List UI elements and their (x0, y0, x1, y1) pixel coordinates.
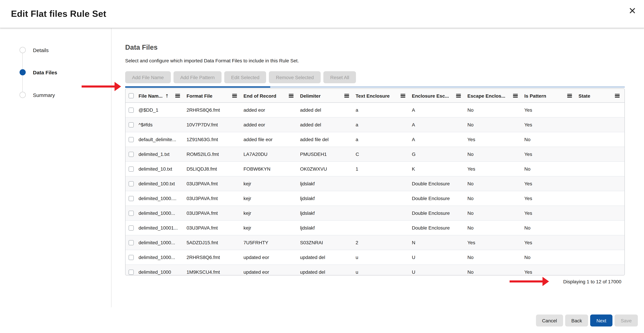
table-cell: added eor (242, 107, 298, 113)
table-body: @$DD_12RHRS8Q6.fmtadded eoradded delaANo… (126, 103, 624, 276)
column-menu-icon[interactable] (567, 94, 572, 98)
table-cell: Double Enclosure (410, 210, 466, 216)
table-cell: OK0ZWXVU (298, 166, 354, 172)
table-cell: delimited_1.txt (137, 151, 185, 157)
row-checkbox[interactable] (128, 137, 134, 142)
wizard-step-data-files[interactable]: Data Files (0, 69, 57, 75)
row-checkbox[interactable] (128, 122, 134, 127)
table-row: delimited_1000...2RHRS8Q6.fmtupdated eor… (126, 250, 624, 265)
column-header-label: Is Pattern (524, 93, 546, 98)
table-cell: a (354, 137, 410, 142)
modal-footer: CancelBackNextSave (536, 315, 638, 327)
table-cell: delimited_1000... (137, 240, 185, 245)
select-all-checkbox[interactable] (128, 93, 134, 98)
column-menu-icon[interactable] (400, 94, 405, 98)
table-row: delimited_1000...03U3PAVA.fmtkejrljdslak… (126, 206, 624, 221)
column-header-end-of-record: End of Record (242, 89, 298, 103)
table-cell: 03U3PAVA.fmt (185, 181, 242, 186)
table-cell: A (410, 107, 466, 113)
toolbar-button-remove-selected: Remove Selected (269, 71, 321, 83)
edit-rule-set-modal: Edit Flat files Rule Set ✕ Details Data … (0, 0, 644, 333)
table-cell: delimited_1000.... (137, 196, 185, 201)
toolbar-button-add-file-pattern: Add File Pattern (173, 71, 222, 83)
column-header-format-file: Format File (185, 89, 242, 103)
table-cell: 03U3PAVA.fmt (185, 225, 242, 231)
back-button[interactable]: Back (565, 315, 588, 327)
data-files-panel: Data Files Select and configure which im… (125, 28, 625, 307)
wizard-step-details[interactable]: Details (0, 47, 49, 53)
load-progress-bar (125, 86, 625, 88)
next-button[interactable]: Next (590, 315, 612, 327)
column-header-enclosure-esc: Enclosure Esc... (410, 89, 466, 103)
column-header-label: State (578, 93, 590, 98)
sort-ascending-icon: ↑ (165, 93, 169, 98)
row-checkbox-cell (126, 103, 137, 117)
row-checkbox[interactable] (128, 166, 134, 171)
row-checkbox[interactable] (128, 255, 134, 260)
table-cell: default_delimite... (137, 137, 185, 142)
annotation-arrow-pagination (510, 277, 549, 286)
row-checkbox[interactable] (128, 196, 134, 201)
table-cell: K (410, 166, 466, 172)
page-description: Select and configure which imported Data… (125, 58, 625, 64)
table-cell: Yes (522, 151, 577, 157)
row-checkbox[interactable] (128, 152, 134, 157)
table-cell: No (522, 166, 577, 172)
table-cell: updated eor (242, 255, 298, 260)
column-menu-icon[interactable] (175, 94, 180, 98)
row-checkbox[interactable] (128, 181, 134, 186)
table-cell: Yes (522, 122, 577, 127)
column-menu-icon[interactable] (513, 94, 518, 98)
wizard-step-label: Details (33, 47, 49, 53)
table-cell: Yes (522, 269, 577, 275)
table-cell: 1Z91N63G.fmt (185, 137, 242, 142)
table-cell: Double Enclosure (410, 196, 466, 201)
row-checkbox[interactable] (128, 225, 134, 230)
table-cell: Double Enclosure (410, 181, 466, 186)
modal-title: Edit Flat files Rule Set (11, 8, 106, 19)
column-header-label: File Nam... (138, 93, 162, 98)
table-cell: No (466, 225, 522, 231)
close-icon[interactable]: ✕ (626, 4, 639, 18)
table-cell: N (410, 240, 466, 245)
table-cell: kejr (242, 225, 298, 231)
table-cell: delimited_1000 (137, 269, 185, 275)
cancel-button[interactable]: Cancel (536, 315, 563, 327)
row-checkbox[interactable] (128, 107, 134, 113)
column-menu-icon[interactable] (456, 94, 461, 98)
table-row: delimited_10001M9KSCU4.fmtupdated eorupd… (126, 265, 624, 276)
table-cell: updated eor (242, 269, 298, 275)
table-cell: delimited_1000... (137, 255, 185, 260)
table-cell: updated del (298, 255, 354, 260)
row-checkbox[interactable] (128, 270, 134, 275)
table-cell: ljdslakf (298, 210, 354, 216)
table-cell: No (522, 225, 577, 231)
table-cell: No (466, 196, 522, 201)
table-cell: Double Enclosure (410, 225, 466, 231)
table-cell: No (522, 137, 577, 142)
table-cell: S03ZNRAI (298, 240, 354, 245)
table-cell: Yes (522, 181, 577, 186)
row-checkbox[interactable] (128, 240, 134, 245)
wizard-step-summary[interactable]: Summary (0, 92, 55, 98)
column-menu-icon[interactable] (615, 94, 620, 98)
column-menu-icon[interactable] (232, 94, 237, 98)
table-cell: 5ADZDJ15.fmt (185, 240, 242, 245)
table-cell: C (354, 151, 410, 157)
table-cell: ljdslakf (298, 181, 354, 186)
column-menu-icon[interactable] (344, 94, 349, 98)
table-cell: 03U3PAVA.fmt (185, 196, 242, 201)
column-menu-icon[interactable] (289, 94, 294, 98)
table-cell: ^$#fds (137, 122, 185, 127)
table-cell: a (354, 122, 410, 127)
table-cell: PMUSDEH1 (298, 151, 354, 157)
table-toolbar: Add File NameAdd File PatternEdit Select… (125, 71, 625, 83)
load-progress-fill (125, 86, 270, 88)
table-cell: No (466, 181, 522, 186)
table-cell: kejr (242, 210, 298, 216)
annotation-arrow-progress (82, 82, 121, 91)
row-checkbox-cell (126, 206, 137, 220)
table-cell: ROM52ILG.fmt (185, 151, 242, 157)
page-title: Data Files (125, 43, 625, 51)
row-checkbox[interactable] (128, 211, 134, 216)
